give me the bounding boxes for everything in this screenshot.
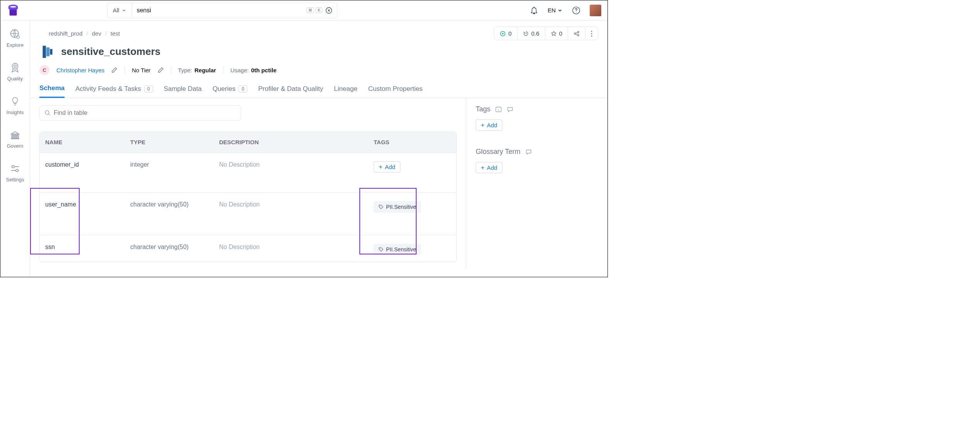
svg-point-22 [380, 248, 381, 249]
stat-share[interactable] [568, 27, 585, 40]
column-type: character varying(50) [130, 244, 219, 251]
sidebar-item-settings[interactable]: Settings [6, 163, 24, 183]
breadcrumb-item[interactable]: dev [92, 30, 101, 37]
type-value: Regular [194, 67, 216, 73]
search-bar: All ⌘ K [107, 3, 337, 18]
info-card-icon[interactable] [495, 106, 502, 113]
table-row: user_name character varying(50) No Descr… [40, 192, 456, 235]
column-description: No Description [219, 161, 374, 168]
tab-profiler[interactable]: Profiler & Data Quality [258, 84, 323, 98]
chat-icon[interactable] [525, 148, 532, 155]
sidebar: Explore Quality Insights Govern Settings [0, 20, 30, 277]
glossary-section-title: Glossary Term [476, 148, 521, 156]
language-selector[interactable]: EN [548, 7, 563, 14]
chevron-down-icon [122, 8, 126, 13]
column-description: No Description [219, 201, 374, 208]
svg-point-15 [591, 33, 592, 34]
svg-rect-17 [43, 46, 46, 58]
svg-point-21 [380, 206, 381, 206]
col-header-description: DESCRIPTION [219, 139, 374, 145]
tab-custom-properties[interactable]: Custom Properties [368, 84, 423, 98]
usage-value: 0th pctile [251, 67, 277, 73]
column-name: user_name [45, 201, 130, 208]
sliders-icon [9, 163, 21, 174]
tab-queries[interactable]: Queries0 [213, 84, 247, 98]
clear-search-icon[interactable] [325, 7, 332, 14]
breadcrumb: redshift_prod/ dev/ test [39, 30, 129, 37]
tag-icon [378, 247, 384, 252]
find-input[interactable] [54, 109, 236, 116]
tab-schema[interactable]: Schema [39, 84, 65, 98]
tab-activity[interactable]: Activity Feeds & Tasks0 [75, 84, 153, 98]
stat-more[interactable] [585, 27, 598, 40]
svg-point-7 [12, 165, 14, 168]
tab-sample-data[interactable]: Sample Data [164, 84, 202, 98]
svg-point-16 [591, 35, 592, 36]
breadcrumb-item[interactable]: test [111, 30, 120, 37]
column-name: ssn [45, 244, 130, 251]
owner-name-link[interactable]: Christopher Hayes [56, 67, 104, 73]
add-tag-button[interactable]: +Add [374, 161, 400, 172]
col-header-name: NAME [45, 139, 130, 145]
help-icon[interactable] [572, 6, 580, 15]
svg-rect-19 [50, 49, 52, 55]
tag-chip[interactable]: PII.Sensitive [374, 201, 421, 213]
tag-icon [378, 204, 384, 210]
column-description: No Description [219, 244, 374, 251]
sidebar-item-govern[interactable]: Govern [7, 129, 24, 149]
ribbon-icon [9, 62, 21, 73]
tier-label: No Tier [132, 67, 150, 73]
tab-lineage[interactable]: Lineage [334, 84, 357, 98]
sidebar-item-quality[interactable]: Quality [7, 62, 23, 82]
page-title: sensitive_customers [61, 46, 160, 58]
col-header-tags: TAGS [374, 139, 451, 145]
edit-tier-icon[interactable] [158, 67, 164, 73]
usage-label: Usage: [230, 67, 249, 73]
stat-alerts[interactable]: 0 [494, 27, 517, 40]
notifications-icon[interactable] [530, 6, 538, 15]
svg-point-20 [45, 111, 49, 114]
breadcrumb-item[interactable]: redshift_prod [49, 30, 83, 37]
tags-section-title: Tags [476, 105, 490, 113]
stat-stars[interactable]: 0 [545, 27, 568, 40]
column-type: character varying(50) [130, 201, 219, 208]
add-glossary-button[interactable]: +Add [476, 162, 502, 173]
table-row: ssn character varying(50) No Description… [40, 235, 456, 262]
history-icon [523, 31, 529, 37]
redshift-icon [39, 43, 56, 60]
svg-point-13 [577, 34, 579, 36]
column-name: customer_id [45, 161, 130, 168]
column-type: integer [130, 161, 219, 168]
kebab-icon [591, 31, 592, 37]
svg-point-5 [12, 63, 18, 69]
add-tag-button[interactable]: +Add [476, 119, 502, 131]
svg-point-6 [14, 65, 16, 67]
table-row: customer_id integer No Description +Add [40, 152, 456, 192]
svg-rect-18 [46, 48, 49, 56]
bank-icon [9, 129, 21, 141]
owner-avatar: C [39, 65, 49, 75]
find-in-table[interactable] [39, 105, 241, 121]
svg-point-12 [577, 31, 579, 33]
edit-owner-icon[interactable] [111, 67, 117, 73]
sidebar-item-explore[interactable]: Explore [7, 28, 24, 48]
stat-version[interactable]: 0.6 [517, 27, 545, 40]
globe-search-icon [9, 28, 21, 40]
search-input[interactable] [137, 7, 307, 14]
target-icon [500, 31, 506, 37]
tabs: Schema Activity Feeds & Tasks0 Sample Da… [30, 75, 607, 98]
sidebar-item-insights[interactable]: Insights [7, 96, 24, 115]
col-header-type: TYPE [130, 139, 219, 145]
schema-table: NAME TYPE DESCRIPTION TAGS customer_id i… [39, 131, 457, 262]
svg-point-11 [574, 33, 576, 34]
type-label: Type: [178, 67, 192, 73]
svg-rect-0 [10, 10, 17, 15]
chat-icon[interactable] [507, 106, 514, 113]
svg-point-10 [502, 33, 504, 34]
search-filter-dropdown[interactable]: All [107, 3, 132, 18]
app-logo[interactable] [7, 4, 20, 17]
search-shortcut-hint: ⌘ K [306, 7, 322, 13]
search-icon [44, 110, 51, 116]
tag-chip[interactable]: PII.Sensitive [374, 244, 421, 255]
user-avatar[interactable] [590, 5, 601, 16]
